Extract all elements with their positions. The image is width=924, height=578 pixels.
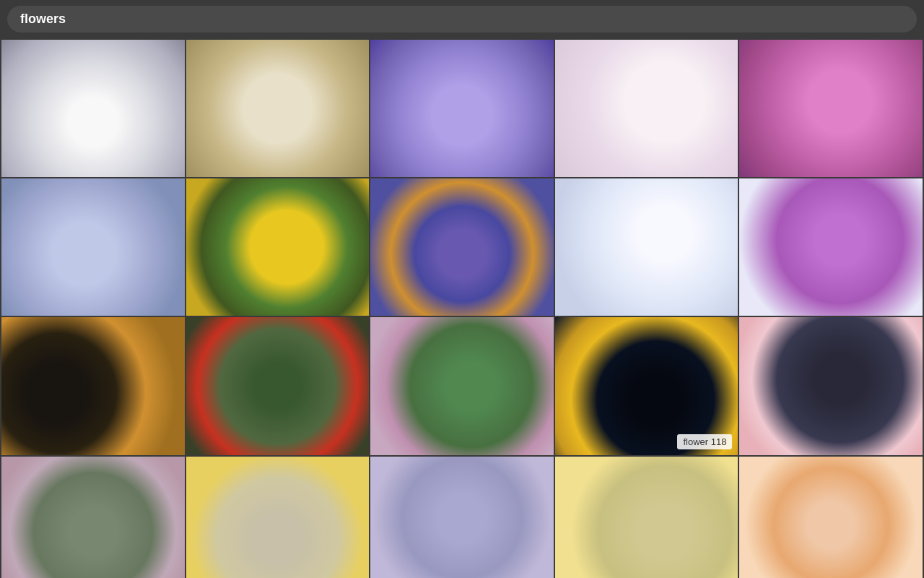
grid-item-r4c4[interactable] (555, 457, 738, 578)
grid-item-r1c3[interactable] (370, 40, 554, 177)
flower-image-r1c5 (739, 40, 923, 177)
grid-item-r2c1[interactable] (1, 178, 185, 316)
flower-image-r3c2 (186, 317, 370, 454)
grid-item-r2c3[interactable] (370, 178, 554, 316)
grid-item-r1c1[interactable] (1, 40, 185, 177)
flower-image-r4c5 (739, 457, 923, 578)
flower-image-r2c3 (370, 178, 554, 316)
flower-image-r4c1 (1, 457, 185, 578)
flower-image-r2c2 (186, 178, 370, 316)
grid-item-r2c2[interactable] (186, 178, 370, 316)
flower-image-r4c4 (555, 457, 738, 578)
grid-item-r4c5[interactable] (739, 457, 923, 578)
grid-item-r4c3[interactable] (370, 457, 554, 578)
flower-image-r1c4 (555, 40, 738, 177)
flower-image-r2c4 (555, 178, 738, 316)
grid-item-r1c4[interactable] (555, 40, 738, 177)
flower-image-r3c5 (739, 317, 923, 454)
flower-image-r2c1 (1, 178, 185, 316)
grid-item-r3c3[interactable] (370, 317, 554, 454)
flower-image-r4c2 (186, 457, 370, 578)
grid-item-r4c2[interactable] (186, 457, 370, 578)
grid-item-r3c4[interactable]: flower 118 (555, 317, 738, 454)
flower-image-r4c3 (370, 457, 554, 578)
flower-label-r3c4: flower 118 (677, 434, 732, 449)
grid-item-r2c4[interactable] (555, 178, 738, 316)
grid-item-r1c5[interactable] (739, 40, 923, 177)
flower-image-r2c5 (739, 178, 923, 316)
grid-item-r4c1[interactable] (1, 457, 185, 578)
search-bar: flowers (7, 6, 917, 33)
search-input[interactable]: flowers (20, 12, 904, 27)
flower-image-r3c3 (370, 317, 554, 454)
flower-image-r1c3 (370, 40, 554, 177)
grid-item-r3c5[interactable] (739, 317, 923, 454)
grid-item-r3c2[interactable] (186, 317, 370, 454)
image-grid: flower 118 (0, 38, 924, 578)
grid-item-r1c2[interactable] (186, 40, 370, 177)
flower-image-r1c1 (1, 40, 185, 177)
flower-image-r1c2 (186, 40, 370, 177)
grid-item-r3c1[interactable] (1, 317, 185, 454)
flower-image-r3c1 (1, 317, 185, 454)
grid-item-r2c5[interactable] (739, 178, 923, 316)
